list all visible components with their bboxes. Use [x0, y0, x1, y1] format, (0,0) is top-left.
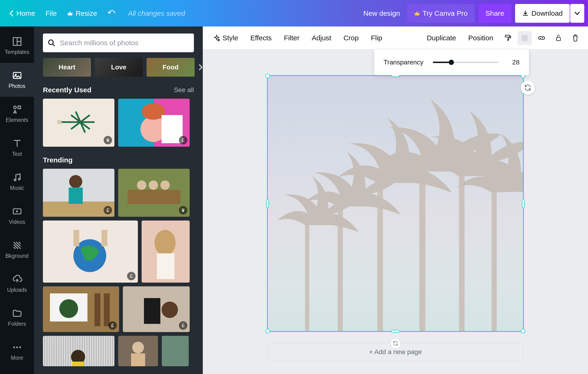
rail-label: More [11, 355, 23, 361]
add-page-label: + Add a new page [369, 348, 422, 356]
pill-love[interactable]: Love [95, 58, 143, 77]
photo-thumb[interactable] [142, 220, 190, 283]
resize-handle-sw[interactable] [265, 329, 270, 333]
photo-thumb[interactable]: £ [43, 220, 138, 283]
home-button[interactable]: Home [4, 9, 40, 17]
photo-thumb[interactable]: £ [123, 286, 190, 332]
selected-image[interactable] [267, 75, 524, 332]
rail-label: Folders [8, 321, 26, 327]
crop-button[interactable]: Crop [339, 31, 363, 45]
adjust-button[interactable]: Adjust [307, 31, 336, 45]
download-button[interactable]: Download [515, 4, 570, 23]
copy-style-button[interactable] [501, 31, 515, 45]
resize-menu[interactable]: Resize [62, 9, 102, 17]
svg-point-27 [137, 180, 146, 190]
rail-background[interactable]: Bkground [0, 233, 34, 267]
resize-handle-w[interactable] [266, 199, 269, 208]
transparency-value: 28 [508, 59, 520, 66]
transparency-button[interactable] [518, 31, 532, 45]
undo-icon [107, 10, 116, 17]
rail-label: Uploads [7, 287, 27, 293]
rail-label: Templates [5, 49, 29, 55]
resize-handle-se[interactable] [521, 329, 525, 333]
photo-thumb[interactable]: £ [43, 169, 115, 217]
recent-see-all[interactable]: See all [174, 86, 194, 94]
svg-rect-65 [492, 192, 497, 331]
rail-music[interactable]: Music [0, 165, 34, 199]
link-button[interactable] [535, 31, 549, 45]
svg-point-51 [132, 342, 144, 353]
delete-button[interactable] [568, 31, 582, 45]
pills-next[interactable] [198, 62, 203, 73]
try-pro-button[interactable]: Try Canva Pro [407, 4, 474, 23]
search-input[interactable] [60, 39, 189, 47]
svg-rect-55 [508, 39, 509, 41]
effects-button[interactable]: Effects [246, 31, 276, 45]
canvas-area[interactable]: + Add a new page [203, 50, 588, 374]
folders-icon [12, 308, 22, 319]
resize-handle-s[interactable] [391, 330, 400, 333]
transparency-icon [521, 34, 528, 42]
resize-handle-nw[interactable] [265, 73, 270, 78]
filter-button[interactable]: Filter [279, 31, 304, 45]
transparency-popover: Transparency 28 [374, 50, 529, 75]
thumb-image [43, 336, 115, 366]
thumb-image [43, 220, 138, 283]
photo-thumb[interactable]: £ [43, 286, 119, 332]
rail-label: Videos [9, 219, 25, 225]
lock-button[interactable] [551, 31, 566, 45]
rail-uploads[interactable]: Uploads [0, 267, 34, 301]
add-page-button[interactable]: + Add a new page [268, 343, 523, 361]
svg-rect-36 [157, 253, 174, 279]
photo-thumb[interactable]: ♛ [43, 99, 115, 147]
style-button[interactable]: Style [209, 31, 243, 45]
context-toolbar: Style Effects Filter Adjust Crop Flip Du… [203, 26, 588, 50]
pill-label: Food [162, 63, 178, 71]
share-button[interactable]: Share [479, 4, 511, 23]
rail-more[interactable]: More [0, 335, 34, 369]
rail-label: Bkground [5, 253, 28, 259]
try-pro-label: Try Canva Pro [422, 9, 467, 17]
rail-templates[interactable]: Templates [0, 29, 34, 63]
thumb-image [162, 336, 189, 366]
trash-icon [572, 34, 579, 42]
resize-handle-e[interactable] [522, 199, 525, 208]
rail-folders[interactable]: Folders [0, 301, 34, 335]
sparkle-icon [213, 34, 220, 42]
photo-thumb[interactable] [118, 336, 158, 366]
rail-label: Text [12, 151, 22, 157]
photo-thumb[interactable] [43, 336, 115, 366]
download-dropdown[interactable] [570, 4, 584, 23]
position-button[interactable]: Position [463, 31, 498, 45]
search-box[interactable] [43, 33, 194, 52]
undo-button[interactable] [102, 10, 121, 17]
flip-button[interactable]: Flip [366, 31, 387, 45]
pill-food[interactable]: Food [147, 58, 195, 77]
duplicate-button[interactable]: Duplicate [422, 31, 461, 45]
photo-thumb[interactable]: £ [118, 99, 190, 147]
rail-elements[interactable]: Elements [0, 97, 34, 131]
svg-point-44 [162, 301, 178, 318]
rail-text[interactable]: Text [0, 131, 34, 165]
new-design-button[interactable]: New design [356, 4, 407, 23]
price-badge: £ [104, 206, 112, 214]
rail-videos[interactable]: Videos [0, 199, 34, 233]
sync-button[interactable] [521, 81, 535, 95]
pill-heart[interactable]: Heart [43, 58, 91, 77]
svg-rect-6 [18, 106, 21, 108]
transparency-slider[interactable] [433, 62, 498, 63]
slider-knob[interactable] [449, 60, 454, 65]
svg-point-15 [57, 120, 62, 125]
background-icon [12, 240, 22, 250]
chevron-left-icon [9, 10, 14, 17]
svg-point-7 [14, 179, 16, 181]
rail-photos[interactable]: Photos [0, 63, 34, 97]
file-menu[interactable]: File [40, 9, 62, 17]
photo-thumb[interactable]: ♛ [118, 169, 190, 217]
svg-rect-63 [419, 172, 425, 331]
page-sync-button[interactable] [390, 338, 401, 348]
thumb-image [118, 336, 158, 366]
photo-thumb[interactable] [162, 336, 189, 366]
music-icon [12, 172, 22, 183]
share-label: Share [485, 9, 504, 17]
